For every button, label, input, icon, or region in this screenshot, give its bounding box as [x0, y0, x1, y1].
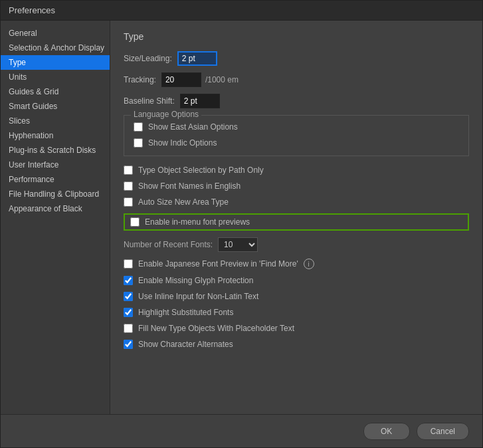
show-indic-row: Show Indic Options [134, 138, 459, 148]
type-object-selection-label: Type Object Selection by Path Only [138, 166, 264, 175]
highlight-substituted-label: Highlight Substituted Fonts [138, 308, 233, 317]
recent-fonts-label: Number of Recent Fonts: [124, 240, 213, 249]
info-icon: i [304, 259, 314, 269]
title-bar: Preferences [1, 1, 482, 21]
show-char-alternates-row: Show Character Alternates [124, 340, 469, 349]
recent-fonts-select[interactable]: 10 5 15 20 [218, 237, 258, 252]
show-char-alternates-label: Show Character Alternates [138, 340, 233, 349]
sidebar-item-user-interface[interactable]: User Interface [1, 158, 110, 172]
baseline-shift-input[interactable] [180, 94, 220, 108]
size-leading-input[interactable] [177, 51, 217, 66]
missing-glyph-label: Enable Missing Glyph Protection [138, 276, 253, 285]
sidebar-item-units[interactable]: Units [1, 70, 110, 84]
enable-in-menu-row: Enable in-menu font previews [124, 213, 469, 231]
sidebar-item-appearance-black[interactable]: Appearance of Black [1, 201, 110, 216]
japanese-font-preview-row: Enable Japanese Font Preview in 'Find Mo… [124, 259, 469, 269]
show-font-names-label: Show Font Names in English [138, 181, 241, 191]
japanese-font-preview-checkbox[interactable] [124, 259, 133, 269]
sidebar-item-type[interactable]: Type [1, 55, 110, 70]
section-title: Type [124, 31, 469, 42]
auto-size-label: Auto Size New Area Type [138, 197, 229, 207]
auto-size-checkbox[interactable] [124, 197, 133, 207]
sidebar-item-guides-grid[interactable]: Guides & Grid [1, 84, 110, 99]
show-font-names-row: Show Font Names in English [124, 181, 469, 191]
missing-glyph-row: Enable Missing Glyph Protection [124, 276, 469, 285]
fill-new-type-checkbox[interactable] [124, 324, 133, 333]
cancel-button[interactable]: Cancel [417, 423, 469, 440]
ok-button[interactable]: OK [363, 423, 410, 440]
sidebar-item-slices[interactable]: Slices [1, 114, 110, 128]
type-object-selection-row: Type Object Selection by Path Only [124, 166, 469, 175]
show-indic-checkbox[interactable] [134, 138, 143, 148]
dialog-title: Preferences [9, 5, 55, 15]
tracking-row: Tracking: /1000 em [124, 72, 469, 87]
language-options-label: Language Options [131, 110, 201, 119]
enable-in-menu-label: Enable in-menu font previews [145, 217, 250, 227]
enable-in-menu-checkbox[interactable] [130, 217, 140, 227]
fill-new-type-label: Fill New Type Objects With Placeholder T… [138, 324, 294, 333]
highlight-substituted-row: Highlight Substituted Fonts [124, 308, 469, 317]
japanese-font-preview-label: Enable Japanese Font Preview in 'Find Mo… [138, 259, 298, 269]
sidebar-item-general[interactable]: General [1, 26, 110, 41]
sidebar-item-file-handling[interactable]: File Handling & Clipboard [1, 187, 110, 201]
show-char-alternates-checkbox[interactable] [124, 340, 133, 349]
sidebar-item-performance[interactable]: Performance [1, 172, 110, 187]
show-font-names-checkbox[interactable] [124, 181, 133, 191]
inline-input-checkbox[interactable] [124, 292, 133, 301]
main-content: Type Size/Leading: Tracking: /1000 em Ba… [110, 21, 482, 414]
size-leading-label: Size/Leading: [124, 54, 172, 63]
baseline-shift-label: Baseline Shift: [124, 96, 175, 106]
preferences-dialog: Preferences General Selection & Anchor D… [0, 0, 483, 448]
auto-size-row: Auto Size New Area Type [124, 197, 469, 207]
highlight-substituted-checkbox[interactable] [124, 308, 133, 317]
show-east-asian-row: Show East Asian Options [134, 122, 459, 132]
sidebar-item-smart-guides[interactable]: Smart Guides [1, 99, 110, 114]
sidebar-item-hyphenation[interactable]: Hyphenation [1, 128, 110, 143]
type-object-selection-checkbox[interactable] [124, 166, 133, 175]
recent-fonts-row: Number of Recent Fonts: 10 5 15 20 [124, 237, 469, 252]
inline-input-row: Use Inline Input for Non-Latin Text [124, 292, 469, 301]
show-east-asian-checkbox[interactable] [134, 122, 143, 132]
baseline-shift-row: Baseline Shift: [124, 94, 469, 108]
sidebar: General Selection & Anchor Display Type … [1, 21, 110, 414]
missing-glyph-checkbox[interactable] [124, 276, 133, 285]
sidebar-item-selection-anchor[interactable]: Selection & Anchor Display [1, 41, 110, 55]
show-east-asian-label: Show East Asian Options [148, 122, 238, 132]
tracking-input[interactable] [161, 72, 201, 87]
size-leading-row: Size/Leading: [124, 51, 469, 66]
tracking-unit: /1000 em [205, 75, 239, 84]
show-indic-label: Show Indic Options [148, 138, 217, 148]
dialog-footer: OK Cancel [1, 414, 482, 447]
inline-input-label: Use Inline Input for Non-Latin Text [138, 292, 258, 301]
dialog-body: General Selection & Anchor Display Type … [1, 21, 482, 414]
sidebar-item-plugins[interactable]: Plug-ins & Scratch Disks [1, 143, 110, 158]
language-options-group: Language Options Show East Asian Options… [124, 115, 469, 156]
fill-new-type-row: Fill New Type Objects With Placeholder T… [124, 324, 469, 333]
tracking-label: Tracking: [124, 75, 156, 84]
